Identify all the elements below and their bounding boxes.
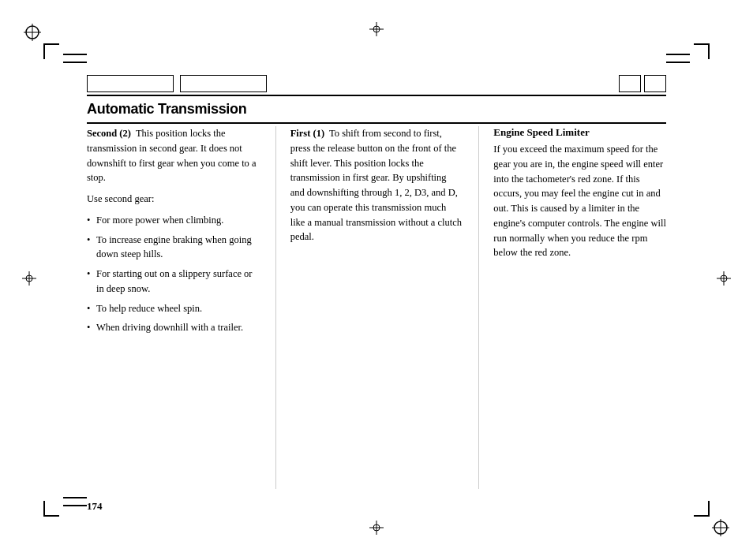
- divider-line: [87, 122, 666, 124]
- tab-box-2: [180, 75, 267, 92]
- col2-body-text: To shift from second to first, press the…: [290, 128, 462, 242]
- col1-heading: Second (2): [87, 128, 131, 139]
- tab-boxes-right: [619, 75, 666, 92]
- bullet-4: To help reduce wheel spin.: [87, 301, 260, 316]
- page: Automatic Transmission Second (2) This p…: [0, 0, 753, 560]
- sidebar-mark-tr: [666, 54, 690, 55]
- col-second: Second (2) This position locks the trans…: [87, 126, 276, 489]
- cross-bottom: [369, 521, 384, 538]
- page-title: Automatic Transmission: [87, 101, 246, 117]
- tab-small-2: [644, 75, 666, 92]
- reg-mark-tl: [24, 24, 41, 41]
- sidebar-mark-tl: [63, 54, 87, 55]
- corner-bracket-tl: [43, 43, 59, 59]
- tab-box-1: [87, 75, 174, 92]
- sidebar-mark-bl: [63, 505, 87, 506]
- content-area: Second (2) This position locks the trans…: [87, 126, 666, 489]
- title-row: Automatic Transmission: [87, 95, 666, 118]
- corner-bracket-bl: [43, 501, 59, 517]
- col-engine: Engine Speed Limiter If you exceed the m…: [479, 126, 666, 489]
- col-first: First (1) To shift from second to first,…: [276, 126, 480, 489]
- col2-body: First (1) To shift from second to first,…: [290, 126, 463, 245]
- header-area: Automatic Transmission: [87, 75, 666, 118]
- bullet-1: For more power when climbing.: [87, 213, 260, 228]
- bullet-2: To increase engine braking when going do…: [87, 233, 260, 263]
- cross-top: [369, 22, 384, 39]
- col1-intro: Second (2) This position locks the trans…: [87, 126, 260, 185]
- corner-bracket-tr: [694, 43, 710, 59]
- corner-bracket-br: [694, 501, 710, 517]
- cross-right: [717, 271, 731, 289]
- bullet-3: For starting out on a slippery surface o…: [87, 267, 260, 297]
- col2-heading: First (1): [290, 128, 324, 139]
- sidebar-mark-tr2: [666, 62, 690, 63]
- reg-mark-br: [712, 519, 729, 536]
- col1-bullet-list: For more power when climbing. To increas…: [87, 213, 260, 335]
- sidebar-mark-tl2: [63, 62, 87, 63]
- col3-body: If you exceed the maximum speed for the …: [493, 142, 666, 260]
- col3-heading: Engine Speed Limiter: [493, 126, 666, 139]
- page-number: 174: [87, 500, 103, 513]
- sidebar-mark-bl2: [63, 497, 87, 498]
- col1-use-label: Use second gear:: [87, 192, 260, 207]
- tab-small-1: [619, 75, 641, 92]
- bullet-5: When driving downhill with a trailer.: [87, 320, 260, 335]
- cross-left: [22, 271, 36, 289]
